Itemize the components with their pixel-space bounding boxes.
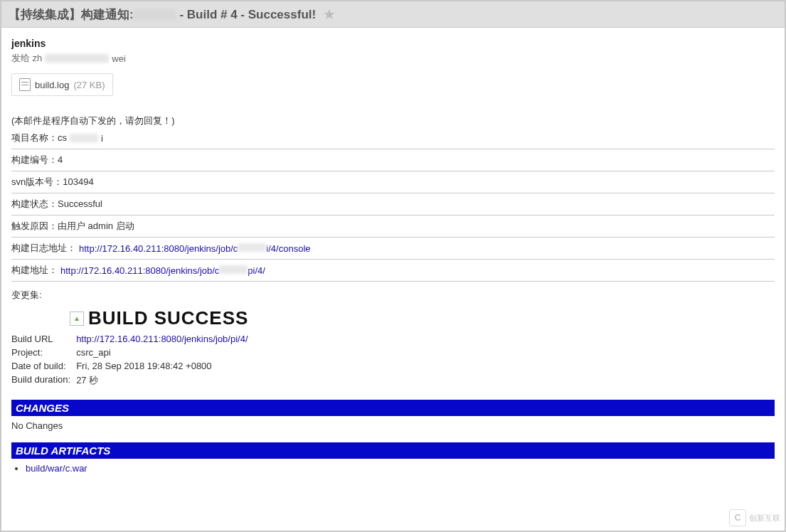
subject-prefix: 【持续集成】构建通知: xyxy=(9,8,134,21)
table-row: Build URL http://172.16.40.211:8080/jenk… xyxy=(11,332,254,346)
recipient-redacted xyxy=(45,54,109,63)
duration-label: Build duration: xyxy=(11,373,76,388)
table-row: Date of build: Fri, 28 Sep 2018 19:48:42… xyxy=(11,359,254,373)
broken-image-icon: ▲ xyxy=(70,312,84,326)
attachment-size: (27 KB) xyxy=(73,80,105,90)
recipient-suffix: wei xyxy=(112,53,126,64)
attachment-name: build.log xyxy=(35,80,69,90)
project-label: 项目名称：cs xyxy=(11,132,67,144)
email-window: 【持续集成】构建通知: - Build # 4 - Successful! ★ … xyxy=(0,0,786,532)
date-label: Date of build: xyxy=(11,359,76,373)
log-url-redacted xyxy=(238,243,266,252)
recipient-prefix: 发给 zh xyxy=(11,52,42,65)
sender-name: jenkins xyxy=(11,38,775,49)
build-meta-table: Build URL http://172.16.40.211:8080/jenk… xyxy=(11,332,254,388)
log-url-pre: http://172.16.40.211:8080/jenkins/job/c xyxy=(79,243,238,254)
subject-redacted xyxy=(134,9,176,21)
subject-suffix: - Build # 4 - Successful! xyxy=(176,8,317,21)
addr-url-pre: http://172.16.40.211:8080/jenkins/job/c xyxy=(60,265,219,276)
artifacts-list: build/war/c.war xyxy=(26,463,775,474)
addr-label: 构建地址： xyxy=(11,264,58,277)
project-suffix: i xyxy=(101,133,103,144)
log-link[interactable]: http://172.16.40.211:8080/jenkins/job/ci… xyxy=(79,243,311,254)
addr-link[interactable]: http://172.16.40.211:8080/jenkins/job/cp… xyxy=(60,265,265,276)
table-row: Project: csrc_api xyxy=(11,346,254,359)
watermark: C 创新互联 xyxy=(729,509,780,526)
log-label: 构建日志地址： xyxy=(11,242,76,255)
document-icon xyxy=(19,78,31,91)
watermark-text: 创新互联 xyxy=(749,513,780,523)
project-meta-value: csrc_api xyxy=(76,346,253,359)
project-redacted xyxy=(70,134,98,142)
build-url-label: Build URL xyxy=(11,332,76,346)
row-status: 构建状态：Successful xyxy=(11,193,775,216)
email-subject: 【持续集成】构建通知: - Build # 4 - Successful! xyxy=(9,6,316,23)
row-cause: 触发原因：由用户 admin 启动 xyxy=(11,216,775,238)
project-meta-label: Project: xyxy=(11,346,76,359)
changes-banner: CHANGES xyxy=(11,400,775,416)
duration-value: 27 秒 xyxy=(76,373,253,388)
build-success-heading: BUILD SUCCESS xyxy=(88,307,248,329)
addr-url-post: pi/4/ xyxy=(248,265,265,276)
log-url-post: i/4/console xyxy=(266,243,310,254)
attachment-chip[interactable]: build.log (27 KB) xyxy=(11,73,113,96)
email-body: jenkins 发给 zh wei build.log (27 KB) (本邮件… xyxy=(1,28,785,474)
changes-text: No Changes xyxy=(11,416,775,431)
artifacts-banner: BUILD ARTIFACTS xyxy=(11,442,775,459)
row-build-no: 构建编号：4 xyxy=(11,149,775,171)
addr-url-redacted xyxy=(219,265,248,274)
artifact-pre: build/war/c xyxy=(26,463,70,474)
build-url-post: pi/4/ xyxy=(230,334,248,344)
watermark-logo-icon: C xyxy=(729,509,746,526)
row-svn: svn版本号：103494 xyxy=(11,171,775,193)
build-url-pre: http://172.16.40.211:8080/jenkins/job/ xyxy=(76,334,230,344)
email-titlebar: 【持续集成】构建通知: - Build # 4 - Successful! ★ xyxy=(1,1,785,28)
row-changeset: 变更集: xyxy=(11,289,775,302)
row-build-url: 构建地址： http://172.16.40.211:8080/jenkins/… xyxy=(11,260,775,282)
artifact-link[interactable]: build/war/c.war xyxy=(26,463,87,474)
artifact-post: .war xyxy=(70,463,87,474)
build-url-link[interactable]: http://172.16.40.211:8080/jenkins/job/pi… xyxy=(76,334,248,344)
star-icon[interactable]: ★ xyxy=(323,6,336,23)
recipient-line: 发给 zh wei xyxy=(11,52,775,65)
build-success-block: ▲ BUILD SUCCESS xyxy=(11,307,775,329)
list-item: build/war/c.war xyxy=(26,463,775,474)
date-value: Fri, 28 Sep 2018 19:48:42 +0800 xyxy=(76,359,253,373)
row-project: 项目名称：cs i xyxy=(11,127,775,149)
row-log-url: 构建日志地址： http://172.16.40.211:8080/jenkin… xyxy=(11,238,775,260)
auto-notice: (本邮件是程序自动下发的，请勿回复！) xyxy=(11,115,775,127)
table-row: Build duration: 27 秒 xyxy=(11,373,254,388)
